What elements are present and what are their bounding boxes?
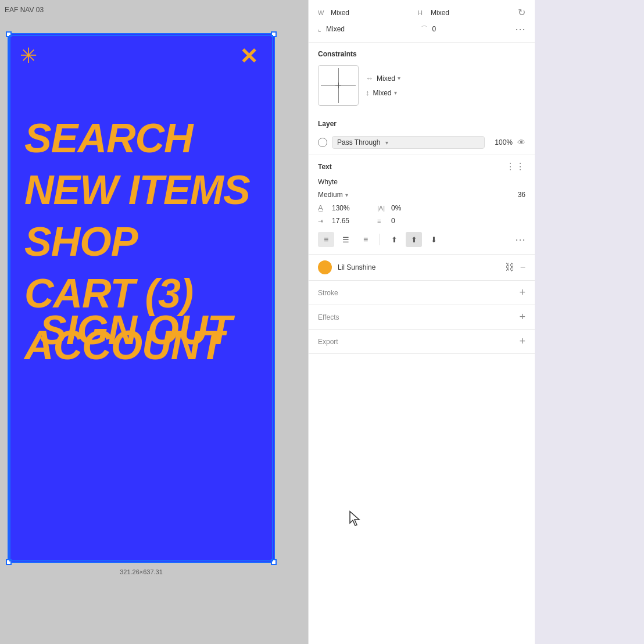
nav-item-new-items[interactable]: NEW ITEMS <box>24 168 250 213</box>
more-options-icon[interactable]: ⋯ <box>515 23 525 35</box>
layer-mode-chevron-icon: ▾ <box>385 139 388 146</box>
nav-item-sign-out[interactable]: SIGN OUT <box>40 308 231 353</box>
export-section: Export + <box>309 330 535 354</box>
left-panel: EAF NAV 03 ✳ ✕ SEARCH NEW ITEMS SHOP CAR… <box>0 0 308 644</box>
effects-row: Effects + <box>318 311 525 323</box>
align-left-button[interactable]: ≡ <box>318 232 334 247</box>
paragraph-spacing-icon: ≡ <box>377 217 387 224</box>
letter-spacing-icon: |A| <box>377 205 387 212</box>
width-label: W <box>318 9 326 16</box>
constraint-h-row: ↔ Mixed ▾ <box>366 74 525 83</box>
export-label: Export <box>318 338 338 346</box>
font-weight-size-row: Medium ▾ 36 <box>309 188 535 201</box>
constraint-h-value: Mixed <box>377 74 395 83</box>
paragraph-spacing-value[interactable]: 0 <box>391 217 420 225</box>
align-top-button[interactable]: ⬆ <box>386 232 402 247</box>
effects-label: Effects <box>318 313 339 321</box>
constraint-v-value: Mixed <box>373 89 392 97</box>
right-panel: W Mixed H Mixed ↻ ⌞ Mixed ⌒ 0 ⋯ Constrai… <box>308 0 644 644</box>
constraint-v-dropdown[interactable]: Mixed ▾ <box>373 89 397 97</box>
text-align-row: ≡ ☰ ≡ ⬆ ⬆ ⬇ ⋯ <box>309 227 535 254</box>
remove-fill-icon[interactable]: − <box>520 262 525 273</box>
align-bottom-button[interactable]: ⬇ <box>425 232 442 247</box>
font-family-row: Whyte <box>309 176 535 188</box>
nav-frame[interactable]: ✳ ✕ SEARCH NEW ITEMS SHOP CART (3) ACCOU… <box>8 34 274 563</box>
line-height-value[interactable]: 130% <box>332 204 361 212</box>
properties-panel: W Mixed H Mixed ↻ ⌞ Mixed ⌒ 0 ⋯ Constrai… <box>308 0 535 644</box>
frame-label: EAF NAV 03 <box>5 6 44 14</box>
corner-icon: ⌞ <box>318 25 321 33</box>
height-label: H <box>418 9 426 16</box>
stroke-row: Stroke + <box>318 287 525 299</box>
letter-spacing-value[interactable]: 0% <box>391 204 420 212</box>
constraint-h-dropdown[interactable]: Mixed ▾ <box>377 74 400 83</box>
right-strip <box>535 0 644 644</box>
align-divider <box>380 234 380 245</box>
mixed-value[interactable]: Mixed <box>326 25 405 33</box>
nav-menu: SEARCH NEW ITEMS SHOP CART (3) ACCOUNT S… <box>24 116 250 368</box>
width-height-row: W Mixed H Mixed ↻ <box>318 7 525 18</box>
dimensions-section: W Mixed H Mixed ↻ ⌞ Mixed ⌒ 0 ⋯ <box>309 0 535 43</box>
frame-dimensions: 321.26×637.31 <box>120 568 163 575</box>
constraints-section: Constraints ↔ Mixed ▾ <box>309 43 535 113</box>
unlink-icon[interactable]: ⛓ <box>505 262 514 273</box>
handle-top-right[interactable] <box>271 31 277 37</box>
layer-header: Layer <box>309 113 535 133</box>
baseline-value[interactable]: 17.65 <box>332 217 361 225</box>
width-value[interactable]: Mixed <box>331 9 413 17</box>
add-stroke-icon[interactable]: + <box>519 287 525 299</box>
baseline-icon: ⇥ <box>318 217 327 225</box>
handle-bottom-left[interactable] <box>6 559 12 565</box>
nav-item-search[interactable]: SEARCH <box>24 116 250 161</box>
constraint-crosshair <box>335 83 341 88</box>
fill-color-swatch[interactable] <box>318 260 332 274</box>
handle-bottom-right[interactable] <box>271 559 277 565</box>
visibility-icon[interactable]: 👁 <box>517 138 525 147</box>
fill-name-value: Lil Sunshine <box>338 263 499 271</box>
layer-title: Layer <box>318 120 337 128</box>
layer-mode-dropdown[interactable]: Pass Through ▾ <box>332 136 485 149</box>
align-middle-button[interactable]: ⬆ <box>406 232 422 247</box>
constraint-v-row: ↕ Mixed ▾ <box>366 88 525 97</box>
blend-mode-icon <box>318 138 327 147</box>
close-icon[interactable]: ✕ <box>239 45 258 67</box>
stroke-section: Stroke + <box>309 281 535 305</box>
stroke-label: Stroke <box>318 289 338 297</box>
line-height-icon: A̲ <box>318 203 327 212</box>
text-header: Text ⋮⋮ <box>309 155 535 176</box>
constraint-v-arrow-icon: ↕ <box>366 88 370 97</box>
effects-section: Effects + <box>309 305 535 330</box>
add-effect-icon[interactable]: + <box>519 311 525 323</box>
text-section: Text ⋮⋮ Whyte Medium ▾ 36 A̲ 130% |A| 0% <box>309 155 535 255</box>
fill-actions: ⛓ − <box>505 262 525 273</box>
align-right-button[interactable]: ≡ <box>357 232 374 247</box>
layer-mode-value: Pass Through <box>337 138 381 146</box>
font-weight-chevron-icon: ▾ <box>345 192 348 198</box>
nav-item-shop[interactable]: SHOP <box>24 220 250 264</box>
constraints-title: Constraints <box>318 50 357 58</box>
add-export-icon[interactable]: + <box>519 335 525 348</box>
text-options-icon[interactable]: ⋮⋮ <box>506 161 525 172</box>
radius-value[interactable]: 0 <box>432 25 511 33</box>
fill-section: Lil Sunshine ⛓ − <box>309 255 535 281</box>
constraints-widget[interactable] <box>318 65 359 106</box>
font-family-value[interactable]: Whyte <box>318 178 338 186</box>
constraints-right: ↔ Mixed ▾ ↕ Mixed ▾ <box>366 74 525 97</box>
layer-section: Layer Pass Through ▾ 100% 👁 <box>309 113 535 155</box>
font-size-value[interactable]: 36 <box>518 191 525 199</box>
layer-opacity-value[interactable]: 100% <box>489 138 513 146</box>
font-weight-dropdown[interactable]: Medium ▾ <box>318 191 348 199</box>
chevron-down-v-icon: ▾ <box>394 90 397 96</box>
align-center-button[interactable]: ☰ <box>338 232 354 247</box>
mixed-radius-row: ⌞ Mixed ⌒ 0 ⋯ <box>318 23 525 35</box>
fill-row: Lil Sunshine ⛓ − <box>318 260 525 274</box>
snowflake-icon: ✳ <box>20 45 37 66</box>
height-value[interactable]: Mixed <box>431 9 513 17</box>
handle-top-left[interactable] <box>6 31 12 37</box>
baseline-row: ⇥ 17.65 ≡ 0 <box>309 214 535 227</box>
constraints-header: Constraints <box>309 43 535 63</box>
export-row: Export + <box>318 335 525 348</box>
chevron-down-icon: ▾ <box>398 75 400 81</box>
constraint-h-arrow-icon: ↔ <box>366 74 373 83</box>
text-more-icon[interactable]: ⋯ <box>515 233 525 246</box>
